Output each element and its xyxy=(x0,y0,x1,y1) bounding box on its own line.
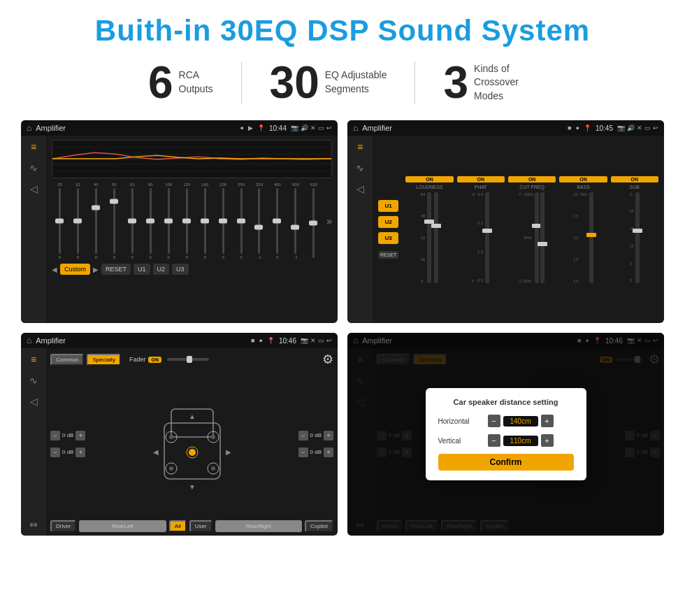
window-icon-2: ▭ xyxy=(644,124,651,131)
eq-slider-125[interactable]: 125 0 xyxy=(179,182,195,259)
location-icon-1: 📍 xyxy=(257,124,265,131)
eq-slider-200[interactable]: 200 0 xyxy=(215,182,231,259)
rear-left-btn[interactable]: RearLeft xyxy=(79,520,166,532)
specialty-tab[interactable]: Specialty xyxy=(87,354,120,366)
speaker-icon-2[interactable]: ◁ xyxy=(356,183,364,194)
dot-icon-2: ■ xyxy=(568,124,571,131)
horizontal-plus-btn[interactable]: + xyxy=(541,415,554,427)
eq-icon-3[interactable]: ≡ xyxy=(31,354,36,365)
u1-btn[interactable]: U1 xyxy=(134,264,150,275)
status-bar-3: ⌂ Amplifier ■ ● 📍 10:46 📷 ✕ ▭ ↩ xyxy=(21,333,338,348)
eq-slider-500[interactable]: 500 -1 xyxy=(287,182,303,259)
minus-btn-4[interactable]: − xyxy=(298,447,308,457)
home-icon-1[interactable]: ⌂ xyxy=(27,123,31,133)
plus-btn-3[interactable]: + xyxy=(324,431,333,440)
all-btn[interactable]: All xyxy=(169,520,187,532)
fader-thumb-h[interactable] xyxy=(187,356,192,363)
reset-btn[interactable]: RESET xyxy=(101,264,131,275)
vertical-minus-btn[interactable]: − xyxy=(488,434,500,447)
copilot-btn[interactable]: Copilot xyxy=(305,520,333,532)
bass-on[interactable]: ON xyxy=(559,176,607,182)
eq-slider-400[interactable]: 400 0 xyxy=(269,182,285,259)
volume-icon-2: 🔊 xyxy=(627,124,635,131)
screen1-title: Amplifier xyxy=(36,124,236,132)
eq-slider-630[interactable]: 630 xyxy=(305,182,322,259)
vertical-stepper[interactable]: − 110cm + xyxy=(488,434,554,447)
camera-icon-1: 📷 xyxy=(291,124,298,131)
eq-slider-25[interactable]: 25 0 xyxy=(52,182,68,259)
horizontal-label: Horizontal xyxy=(438,417,484,425)
home-icon-2[interactable]: ⌂ xyxy=(353,123,358,133)
eq-slider-100[interactable]: 100 0 xyxy=(161,182,177,259)
vertical-label: Vertical xyxy=(438,437,484,445)
settings-icon-3[interactable]: ⚙ xyxy=(322,352,333,367)
x-icon-1: ✕ xyxy=(310,124,316,131)
next-icon[interactable]: ▶ xyxy=(93,266,99,273)
play-icon-1: ▶ xyxy=(248,124,253,131)
driver-btn[interactable]: Driver xyxy=(50,520,76,532)
db-value-4: 0 dB xyxy=(310,449,322,455)
rear-right-btn[interactable]: RearRight xyxy=(215,520,302,532)
channel-sub: ON SUB G20151050 xyxy=(611,176,658,283)
common-tab[interactable]: Common xyxy=(50,354,84,366)
stat-rca: 6 RCA Outputs xyxy=(120,60,241,105)
eq-slider-320[interactable]: 320 -1 xyxy=(251,182,267,259)
horizontal-minus-btn[interactable]: − xyxy=(488,415,500,427)
u3-btn[interactable]: U3 xyxy=(172,264,189,275)
phat-on[interactable]: ON xyxy=(457,176,505,182)
eq-slider-80[interactable]: 80 0 xyxy=(143,182,159,259)
screen1-time: 10:44 xyxy=(269,124,287,132)
arrows-icon-3[interactable]: ⇔ xyxy=(29,519,38,530)
fader-on-btn[interactable]: ON xyxy=(148,357,161,363)
eq-icon-1[interactable]: ≡ xyxy=(31,141,36,152)
eq-slider-160[interactable]: 160 0 xyxy=(197,182,213,259)
eq-slider-40[interactable]: 40 0 xyxy=(88,182,104,259)
speaker-icon-3[interactable]: ◁ xyxy=(30,396,38,407)
loudness-on[interactable]: ON xyxy=(405,176,453,182)
eq-slider-63[interactable]: 63 0 xyxy=(124,182,140,259)
vertical-plus-btn[interactable]: + xyxy=(541,434,554,447)
dot2-icon-2: ● xyxy=(576,124,579,131)
plus-btn-4[interactable]: + xyxy=(324,447,333,457)
fader-track-h[interactable] xyxy=(167,358,209,361)
stat-rca-desc: RCA Outputs xyxy=(179,69,213,96)
reset-btn-2[interactable]: RESET xyxy=(378,251,398,259)
wave-icon-1[interactable]: ∿ xyxy=(29,162,38,173)
plus-btn-1[interactable]: + xyxy=(75,431,85,440)
db-value-1: 0 dB xyxy=(62,432,73,438)
wave-icon-3[interactable]: ∿ xyxy=(29,375,38,386)
speaker-icon-1[interactable]: ◁ xyxy=(30,183,38,194)
custom-btn[interactable]: Custom xyxy=(60,264,90,275)
eq-slider-250[interactable]: 250 0 xyxy=(233,182,250,259)
u2-btn[interactable]: U2 xyxy=(153,264,170,275)
preset-u2[interactable]: U2 xyxy=(378,216,398,228)
channel-list: ON LOUDNESS 644832160 xyxy=(405,176,658,283)
user-btn[interactable]: User xyxy=(189,520,212,532)
plus-btn-2[interactable]: + xyxy=(75,447,85,457)
confirm-button[interactable]: Confirm xyxy=(438,454,574,471)
prev-icon[interactable]: ◀ xyxy=(52,266,57,273)
channel-bass: ON BASS 3.02.52.01.51.0 70Hz xyxy=(559,176,607,283)
horizontal-stepper[interactable]: − 140cm + xyxy=(488,415,554,427)
minus-btn-2[interactable]: − xyxy=(50,447,60,457)
eq-slider-50[interactable]: 50 5 xyxy=(106,182,122,259)
preset-u1[interactable]: U1 xyxy=(378,200,398,212)
minus-btn-3[interactable]: − xyxy=(298,431,308,440)
home-icon-3[interactable]: ⌂ xyxy=(27,336,31,345)
eq-slider-32[interactable]: 32 0 xyxy=(70,182,86,259)
minus-btn-1[interactable]: − xyxy=(50,431,60,440)
stat-crossover: 3 Kinds of Crossover Modes xyxy=(415,60,565,105)
location-icon-3: 📍 xyxy=(267,337,275,344)
status-bar-2: ⌂ Amplifier ■ ● 📍 10:45 📷 🔊 ✕ ▭ ↩ xyxy=(347,120,664,136)
expand-icon[interactable]: » xyxy=(326,215,332,227)
phat-label: PHAT xyxy=(475,185,487,189)
sub-on[interactable]: ON xyxy=(611,176,658,182)
svg-point-10 xyxy=(211,435,215,439)
preset-u3[interactable]: U3 xyxy=(378,232,398,244)
screen2-time: 10:45 xyxy=(596,124,613,132)
stat-eq: 30 EQ Adjustable Segments xyxy=(242,60,415,105)
fader-main-area: Common Specialty Fader ON ⚙ xyxy=(46,348,338,536)
cutfreq-on[interactable]: ON xyxy=(508,176,556,182)
wave-icon-2[interactable]: ∿ xyxy=(356,162,364,173)
eq-icon-2[interactable]: ≡ xyxy=(357,141,363,152)
